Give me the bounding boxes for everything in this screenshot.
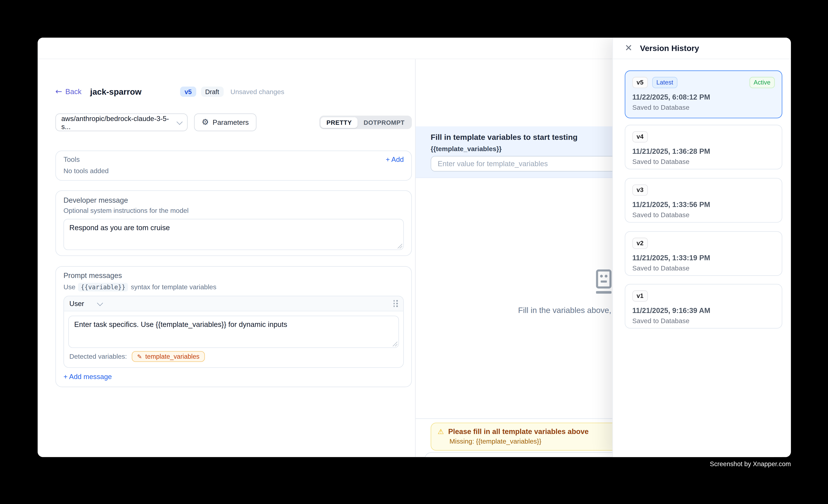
gear-icon: ⚙ <box>202 118 209 126</box>
toggle-option-dotprompt[interactable]: DOTPROMPT <box>358 117 410 128</box>
role-select-value: User <box>70 299 84 307</box>
draft-badge: Draft <box>201 87 223 97</box>
detected-variable-name: template_variables <box>145 353 200 360</box>
version-number-badge: v3 <box>632 184 648 196</box>
detected-variables-label: Detected variables: <box>70 353 127 360</box>
role-select[interactable]: User <box>70 299 102 307</box>
version-timestamp: 11/21/2025, 1:33:19 PM <box>632 254 775 262</box>
warning-title-text: Please fill in all template variables ab… <box>448 427 589 435</box>
tools-title: Tools <box>64 156 80 164</box>
version-card-v2[interactable]: v2 11/21/2025, 1:33:19 PM Saved to Datab… <box>625 231 782 276</box>
tools-empty-text: No tools added <box>64 167 404 175</box>
close-icon[interactable]: ✕ <box>625 43 632 53</box>
watermark-text: Screenshot by Xnapper.com <box>0 460 791 468</box>
latest-badge: Latest <box>652 77 677 88</box>
prompt-messages-card: Prompt messages Use {{variable}} syntax … <box>55 266 412 387</box>
app-window: ← Back jack-sparrow v5 Draft Unsaved cha… <box>38 38 791 457</box>
detected-variable-chip[interactable]: ✎ template_variables <box>132 351 205 362</box>
drag-handle-icon[interactable] <box>393 300 398 307</box>
version-status: Saved to Database <box>632 264 775 272</box>
add-message-button[interactable]: + Add message <box>64 373 112 381</box>
message-header: User <box>64 296 403 311</box>
version-status: Saved to Database <box>632 317 775 325</box>
stage: ← Back jack-sparrow v5 Draft Unsaved cha… <box>0 0 828 504</box>
prompt-editor-pane: ← Back jack-sparrow v5 Draft Unsaved cha… <box>38 59 415 457</box>
developer-message-card: Developer message Optional system instru… <box>55 190 412 256</box>
version-history-panel: ✕ Version History v5 Latest Active 11/22… <box>612 38 791 457</box>
robot-icon <box>591 269 616 297</box>
chevron-down-icon <box>176 119 182 125</box>
editor-cards: Tools + Add No tools added Developer mes… <box>55 151 412 387</box>
version-timestamp: 11/21/2025, 9:16:39 AM <box>632 306 775 314</box>
model-toolbar: aws/anthropic/bedrock-claude-3-5-s... ⚙ … <box>55 114 412 131</box>
version-timestamp: 11/21/2025, 1:33:56 PM <box>632 201 775 209</box>
message-content-input[interactable]: Enter task specifics. Use {{template_var… <box>68 316 399 348</box>
format-toggle: PRETTY DOTPROMPT <box>319 116 412 129</box>
version-timestamp: 11/22/2025, 6:08:12 PM <box>632 93 775 101</box>
version-number-badge: v1 <box>632 290 648 301</box>
tools-card: Tools + Add No tools added <box>55 151 412 181</box>
warning-icon: ⚠ <box>438 428 444 435</box>
message-block: User Enter task specifics. Use {{templat… <box>64 296 404 368</box>
model-select-value: aws/anthropic/bedrock-claude-3-5-s... <box>61 114 177 130</box>
developer-message-input[interactable]: Respond as you are tom cruise <box>64 219 404 250</box>
hint-prefix: Use <box>64 284 76 291</box>
detected-variables-row: Detected variables: ✎ template_variables <box>70 351 398 362</box>
template-hint: Use {{variable}} syntax for template var… <box>64 283 404 292</box>
message-body: Enter task specifics. Use {{template_var… <box>64 311 403 367</box>
back-label: Back <box>65 88 81 96</box>
variable-syntax-chip: {{variable}} <box>78 283 128 292</box>
developer-message-subtitle: Optional system instructions for the mod… <box>64 208 404 215</box>
hint-suffix: syntax for template variables <box>131 284 216 291</box>
version-history-header: ✕ Version History <box>613 38 791 59</box>
back-arrow-icon: ← <box>55 88 62 96</box>
parameters-button[interactable]: ⚙ Parameters <box>194 114 256 131</box>
version-number-badge: v2 <box>632 238 648 249</box>
add-tool-button[interactable]: + Add <box>386 156 404 164</box>
parameters-label: Parameters <box>213 118 249 126</box>
version-history-title: Version History <box>640 43 699 53</box>
page-title: jack-sparrow <box>90 87 141 96</box>
toggle-option-pretty[interactable]: PRETTY <box>321 117 358 128</box>
version-timestamp: 11/21/2025, 1:36:28 PM <box>632 147 775 155</box>
version-card-v4[interactable]: v4 11/21/2025, 1:36:28 PM Saved to Datab… <box>625 125 782 169</box>
version-card-v3[interactable]: v3 11/21/2025, 1:33:56 PM Saved to Datab… <box>625 178 782 223</box>
chevron-down-icon <box>97 300 103 306</box>
pencil-icon: ✎ <box>137 353 142 360</box>
version-number-badge: v5 <box>632 77 648 88</box>
version-status: Saved to Database <box>632 211 775 219</box>
model-select[interactable]: aws/anthropic/bedrock-claude-3-5-s... <box>55 114 188 131</box>
unsaved-changes-text: Unsaved changes <box>231 88 284 96</box>
version-status: Saved to Database <box>632 104 775 111</box>
version-number-badge: v4 <box>632 131 648 142</box>
prompt-messages-title: Prompt messages <box>64 271 404 280</box>
developer-message-title: Developer message <box>64 196 404 204</box>
back-button[interactable]: ← Back <box>55 88 81 96</box>
version-card-v1[interactable]: v1 11/21/2025, 9:16:39 AM Saved to Datab… <box>625 284 782 329</box>
version-card-v5[interactable]: v5 Latest Active 11/22/2025, 6:08:12 PM … <box>625 70 782 118</box>
breadcrumb-row: ← Back jack-sparrow v5 Draft Unsaved cha… <box>55 87 284 97</box>
version-status: Saved to Database <box>632 158 775 165</box>
active-badge: Active <box>749 77 775 88</box>
version-badge: v5 <box>180 87 196 97</box>
